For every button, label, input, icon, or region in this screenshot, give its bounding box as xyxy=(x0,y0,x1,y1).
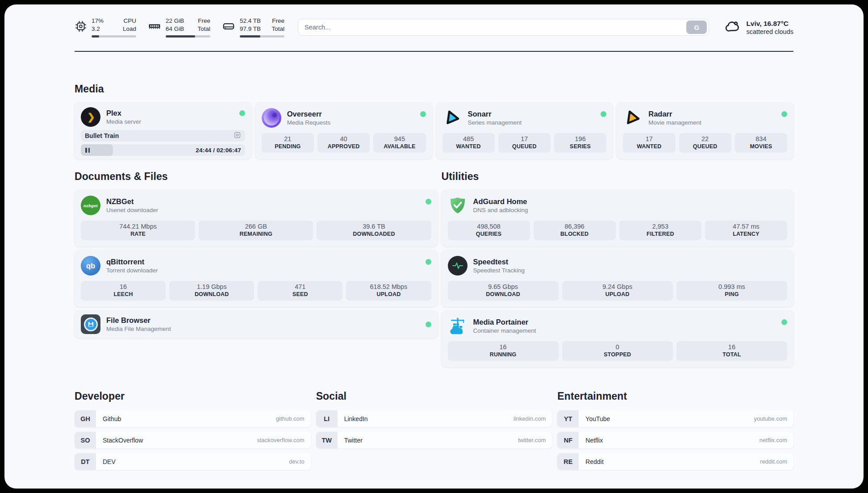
app-subtitle: Speedtest Tracking xyxy=(473,267,788,274)
link-url: reddit.com xyxy=(760,458,793,465)
link-github[interactable]: GH Github github.com xyxy=(75,410,311,427)
nzbget-icon: nzbget xyxy=(81,196,100,215)
link-url: github.com xyxy=(276,415,311,422)
status-dot xyxy=(781,319,787,325)
disk-values: 52.4 TB 97.9 TB xyxy=(240,17,261,33)
app-card-plex[interactable]: ❯ Plex Media server Bullet Train xyxy=(75,102,251,159)
app-name: Sonarr xyxy=(468,110,595,118)
disk-icon xyxy=(222,20,235,35)
documents-column: Documents & Files nzbget NZBGet Usenet d… xyxy=(75,159,438,367)
link-abbr: GH xyxy=(75,410,96,427)
status-dot xyxy=(781,111,787,117)
search-input[interactable] xyxy=(305,24,686,31)
status-dot xyxy=(426,322,431,327)
stat-upload: 618.52 MbpsUPLOAD xyxy=(346,281,431,301)
section-title-media: Media xyxy=(75,83,793,95)
utilities-column: Utilities AdGuard Home DNS and adblockin… xyxy=(442,159,794,367)
app-card-radarr[interactable]: Radarr Movie management 17WANTED 22QUEUE… xyxy=(617,102,793,159)
developer-section: Developer GH Github github.com SO StackO… xyxy=(75,390,311,470)
app-name: Overseerr xyxy=(287,110,414,118)
link-name: LinkedIn xyxy=(344,415,368,422)
speedtest-icon xyxy=(448,256,467,276)
app-card-speedtest[interactable]: Speedtest Speedtest Tracking 9.65 GbpsDO… xyxy=(442,250,794,307)
cpu-chip-icon xyxy=(75,20,87,34)
app-card-nzbget[interactable]: nzbget NZBGet Usenet downloader 744.21 M… xyxy=(75,190,438,246)
link-abbr: TW xyxy=(316,432,338,448)
app-name: Speedtest xyxy=(473,258,788,266)
app-card-portainer[interactable]: Media Portainer Container management 16R… xyxy=(442,310,794,367)
link-name: Reddit xyxy=(585,458,603,465)
search-engine-button[interactable]: G xyxy=(686,21,707,34)
stat-available: 945AVAILABLE xyxy=(373,133,426,153)
link-url: youtube.com xyxy=(754,415,793,422)
stat-blocked: 86,396BLOCKED xyxy=(534,221,616,240)
link-name: DEV xyxy=(103,458,116,465)
app-subtitle: Torrent downloader xyxy=(106,267,420,274)
link-name: Twitter xyxy=(344,437,363,444)
stat-upload: 9.24 GbpsUPLOAD xyxy=(562,281,673,301)
link-abbr: DT xyxy=(75,453,96,470)
link-name: StackOverflow xyxy=(103,437,143,444)
link-url: dev.to xyxy=(289,458,310,465)
disk-metric: 52.4 TB 97.9 TB Free Total xyxy=(222,17,284,38)
disk-labels: Free Total xyxy=(271,17,284,33)
playback-progress-bar: 24:44 / 02:06:47 xyxy=(81,144,245,156)
section-title-documents: Documents & Files xyxy=(75,171,438,183)
link-abbr: NF xyxy=(557,432,579,448)
status-dot xyxy=(601,111,606,117)
link-dev[interactable]: DT DEV dev.to xyxy=(75,453,311,470)
app-name: Media Portainer xyxy=(473,318,776,326)
status-dot xyxy=(426,259,431,265)
status-dot xyxy=(239,110,245,116)
stat-queued: 22QUEUED xyxy=(679,133,731,153)
social-section: Social LI LinkedIn linkedin.com TW Twitt… xyxy=(316,390,552,470)
link-url: linkedin.com xyxy=(513,415,552,422)
app-card-overseerr[interactable]: Overseerr Media Requests 21PENDING 40APP… xyxy=(255,102,432,159)
cpu-labels: CPU Load xyxy=(123,17,136,33)
link-abbr: SO xyxy=(75,432,96,448)
cpu-values: 17% 3.2 xyxy=(92,17,104,33)
app-card-filebrowser[interactable]: File Browser Media File Management xyxy=(75,310,438,338)
stat-seed: 471SEED xyxy=(258,281,342,301)
stat-latency: 47.57 msLATENCY xyxy=(705,221,787,240)
section-title-entertainment: Entertainment xyxy=(557,390,793,402)
cpu-progress-bar xyxy=(92,35,136,38)
stat-stopped: 0STOPPED xyxy=(562,341,673,361)
stat-filtered: 2,953FILTERED xyxy=(619,221,701,240)
now-playing-row: Bullet Train xyxy=(81,130,245,142)
link-abbr: RE xyxy=(557,453,579,470)
app-name: AdGuard Home xyxy=(473,197,788,206)
stat-movies: 834MOVIES xyxy=(735,133,787,153)
search-bar: G xyxy=(298,19,709,36)
link-abbr: YT xyxy=(557,410,579,427)
cpu-metric: 17% 3.2 CPU Load xyxy=(75,17,136,38)
link-reddit[interactable]: RE Reddit reddit.com xyxy=(557,453,793,470)
top-bar: 17% 3.2 CPU Load xyxy=(75,14,793,40)
section-title-developer: Developer xyxy=(75,390,311,402)
weather-widget: Lviv, 16.87°C scattered clouds xyxy=(724,18,793,37)
app-card-adguard[interactable]: AdGuard Home DNS and adblocking 498,508Q… xyxy=(442,190,794,246)
stat-queued: 17QUEUED xyxy=(498,133,551,153)
radarr-icon xyxy=(623,108,643,128)
app-name: Plex xyxy=(106,109,234,117)
status-dot xyxy=(420,111,426,117)
link-youtube[interactable]: YT YouTube youtube.com xyxy=(557,410,793,427)
memory-progress-bar xyxy=(166,35,210,38)
link-twitter[interactable]: TW Twitter twitter.com xyxy=(316,432,552,448)
stat-ping: 0.993 msPING xyxy=(676,281,787,301)
link-name: Github xyxy=(103,415,121,422)
stat-download: 1.19 GbpsDOWNLOAD xyxy=(169,281,254,301)
playback-time: 24:44 / 02:06:47 xyxy=(196,147,245,154)
app-name: NZBGet xyxy=(106,197,420,206)
link-linkedin[interactable]: LI LinkedIn linkedin.com xyxy=(316,410,552,427)
app-card-sonarr[interactable]: Sonarr Series management 485WANTED 17QUE… xyxy=(436,102,613,159)
memory-labels: Free Total xyxy=(197,17,210,33)
link-abbr: LI xyxy=(316,410,338,427)
app-card-qbittorrent[interactable]: qb qBittorrent Torrent downloader 16LEEC… xyxy=(75,250,438,307)
now-playing-video-icon xyxy=(234,131,241,141)
link-netflix[interactable]: NF Netflix netflix.com xyxy=(557,432,793,448)
entertainment-section: Entertainment YT YouTube youtube.com NF … xyxy=(557,390,793,470)
section-title-social: Social xyxy=(316,390,552,402)
weather-condition: scattered clouds xyxy=(746,28,793,35)
link-stackoverflow[interactable]: SO StackOverflow stackoverflow.com xyxy=(75,432,311,448)
